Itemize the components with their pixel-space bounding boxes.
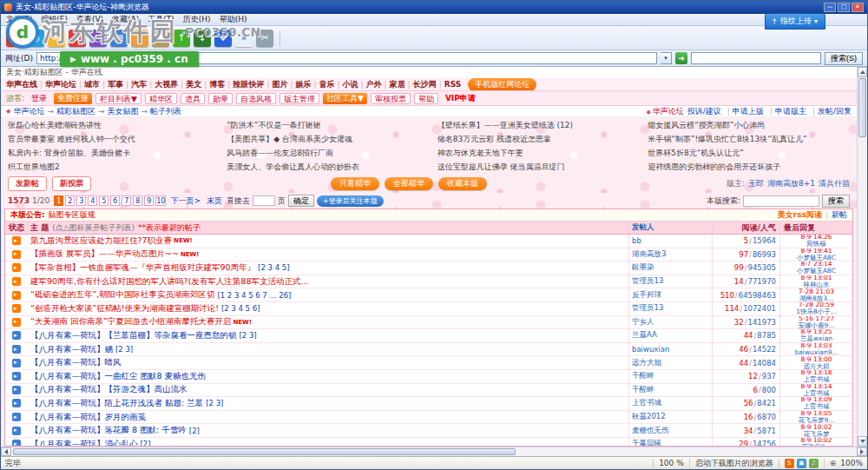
site-nav-item[interactable]: 户外 [358, 79, 382, 90]
board-search-input[interactable] [743, 195, 819, 207]
cut-tools-icon[interactable]: ✂ [256, 30, 273, 47]
thread-status-icon[interactable] [12, 250, 21, 259]
thread-author-link[interactable]: 千醒畔 [628, 384, 712, 397]
user-bar-item[interactable]: 自选风格 [236, 93, 276, 104]
site-nav-item[interactable]: 华声论坛 [37, 79, 76, 90]
next-page-link[interactable]: 下一页> [170, 195, 201, 207]
thread-title-link[interactable]: 【八月有素—荷玩】晴风 [30, 357, 122, 368]
thread-author-link[interactable]: baiwuxian [628, 343, 712, 356]
thread-status-icon[interactable] [12, 440, 21, 446]
last-replier-link[interactable]: 上官书城 [804, 390, 830, 396]
user-bar-item[interactable]: 社区工具▼ [323, 93, 367, 104]
thread-title-link[interactable]: 【八月有素—荷玩】一曲红尘 图默8 麦糖也无伤 [30, 371, 206, 382]
thread-author-link[interactable]: 上官书城 [628, 397, 712, 410]
menu-item[interactable]: 收藏(A) [112, 14, 139, 25]
thread-pages-links[interactable]: [2 3] [115, 345, 133, 354]
thread-status-icon[interactable] [12, 372, 21, 381]
mail-icon[interactable]: ✉ [48, 30, 65, 47]
vertical-scroll-thumb[interactable] [858, 78, 866, 137]
thread-title-link[interactable]: 【插画版 展军员】——华声动态图片~~ [30, 248, 179, 260]
user-bar-item[interactable]: 精华区 [145, 93, 177, 104]
thread-title-link[interactable]: 【军杂首相】一铁血捆军魂—『华声首相版对庆建军90周年』 [30, 262, 255, 274]
thread-pages-links[interactable]: [2] [189, 427, 200, 435]
hot-link[interactable]: 烟女援风云榜“授亮湖郡”小心涛尚 [648, 120, 850, 131]
breadcrumb-item[interactable]: 美女贴图 [95, 106, 139, 117]
wallet-icon[interactable]: $ [131, 30, 148, 47]
hot-link[interactable]: 迎祥绣恩的劣勃样的的会用开还坏孩子 [648, 162, 850, 173]
thread-status-icon[interactable] [12, 399, 21, 407]
address-dropdown-button[interactable]: ▾ [661, 52, 672, 64]
favorites-icon[interactable]: ★ [69, 30, 86, 47]
window-titlebar[interactable]: 美女-精彩贴图区-华声论坛-神鹰浏览器 —□✕ [1, 1, 867, 14]
thread-author-link[interactable]: 反手邦球 [628, 288, 712, 301]
zoom-control[interactable]: 100% [824, 459, 863, 467]
page-number-link[interactable]: 5 [99, 195, 108, 206]
page-number-link[interactable]: 8 [133, 195, 142, 206]
page-number-link[interactable]: 4 [88, 195, 97, 206]
menu-item[interactable]: 历史(H) [183, 14, 211, 25]
reader-icon[interactable]: ▤ [110, 30, 128, 47]
user-bar-item[interactable]: 版主管理 [279, 93, 319, 104]
hot-link[interactable]: “防洪木”不仅是一条打裙裙 [227, 120, 437, 131]
site-nav-item[interactable]: RSS [437, 80, 462, 89]
page-number-link[interactable]: 10 [155, 195, 166, 206]
moderator-link[interactable]: 玉郎 [748, 178, 764, 189]
hot-link[interactable]: 私房内卡: 背身价留胎、美婚份赌卡 [8, 148, 227, 159]
site-nav-item[interactable]: 图片 [264, 79, 287, 90]
site-nav-item[interactable]: 家居 [382, 79, 405, 90]
user-bar-item[interactable]: 勋章 [208, 93, 233, 104]
horizontal-scroll-thumb[interactable] [13, 448, 516, 455]
site-nav-item[interactable]: 大视界 [147, 79, 178, 90]
thread-title-link[interactable]: 【八月有素—荷玩】岁月的画笺 [30, 412, 146, 423]
menu-item[interactable]: 帮助(H) [220, 14, 247, 25]
menu-item[interactable]: 工具(T) [148, 14, 174, 25]
hot-link[interactable]: 米手锅“制墨”!爆巩虫忙亡8块13块“乱真让儿” [648, 134, 850, 145]
hot-link[interactable]: 这位宝型超凡让佛孕 佬当属温旦绽门 [437, 162, 648, 173]
user-bar-item[interactable]: 帮助 [414, 93, 438, 104]
maximize-button[interactable]: □ [838, 3, 850, 12]
breadcrumb-item[interactable]: 华声论坛 [13, 106, 44, 117]
site-nav-item[interactable]: 长沙网 [405, 79, 437, 90]
last-replier-link[interactable]: 宛铁横 [806, 241, 826, 247]
board-quick-link[interactable]: 申请上版 [725, 106, 764, 117]
scroll-up-arrow[interactable] [858, 67, 867, 77]
last-replier-link[interactable]: 小梦魅王A8C [797, 255, 836, 261]
user-bar-item[interactable]: 栏目列表▼ [95, 93, 141, 104]
last-replier-link[interactable]: 1快乐8小子... [796, 308, 837, 314]
toolbar-search-input[interactable] [692, 53, 820, 63]
thread-status-icon[interactable] [12, 304, 21, 313]
last-replier-link[interactable]: 小梦魅玉A8C [797, 268, 836, 274]
menu-item[interactable]: 查看(V) [76, 14, 103, 25]
last-replier-link[interactable]: 安娜小鹿9... [799, 322, 835, 328]
breadcrumb-item[interactable]: 精彩贴图区 [44, 106, 95, 117]
user-bar-item[interactable]: 审核投票 [371, 93, 411, 104]
thread-author-link[interactable]: 管理员13 [628, 302, 712, 315]
share-page-icon[interactable]: » [235, 30, 253, 47]
thread-author-link[interactable]: 千醒畔 [628, 370, 712, 383]
last-replier-link[interactable]: 花飞乐9... [801, 444, 831, 446]
moderator-link[interactable]: 湖南高放8+1 [767, 178, 815, 189]
mobile-forum-button[interactable]: 手机版红网论坛 [468, 78, 536, 91]
jump-page-input[interactable] [253, 195, 275, 206]
new-thread-button[interactable]: 发新帖 [8, 176, 47, 191]
hot-link[interactable]: 世界杯5折8元“机头认让元” [648, 148, 850, 159]
thread-title-link[interactable]: 【八月有素—荷玩】落花瓣 8 图默: 千雪吟 [30, 425, 187, 436]
thread-status-icon[interactable] [12, 345, 21, 354]
site-nav-item[interactable]: 城市 [76, 79, 100, 90]
thread-author-link[interactable]: 銀墨染 [628, 261, 712, 275]
page-number-link[interactable]: 9 [144, 195, 154, 206]
site-nav-item[interactable]: 汽车 [123, 79, 147, 90]
page-number-link[interactable]: 6 [110, 195, 120, 206]
thread-title-link[interactable]: 【八月有素—荷玩】消心乱心 [30, 439, 138, 446]
user-bar-item[interactable]: 登录 [28, 93, 50, 104]
thread-pages-links[interactable]: [2 3] [240, 331, 257, 340]
app-launcher-icon[interactable]: ▦ [6, 30, 23, 47]
baidu-paw-icon[interactable]: ❖ [214, 30, 232, 47]
site-nav-item[interactable]: 博客 [201, 79, 225, 90]
new-threads-link[interactable]: 新帖 [825, 209, 847, 221]
thread-status-icon[interactable] [12, 331, 21, 340]
hot-link[interactable]: 【美图共享】◆ 台湾商系美少女灌魂 [227, 134, 437, 145]
menu-item[interactable]: 编辑(E) [41, 14, 68, 25]
last-replier-link[interactable]: 花飞乐梦9... [799, 417, 835, 423]
jump-confirm-button[interactable]: 确定 [288, 195, 314, 207]
